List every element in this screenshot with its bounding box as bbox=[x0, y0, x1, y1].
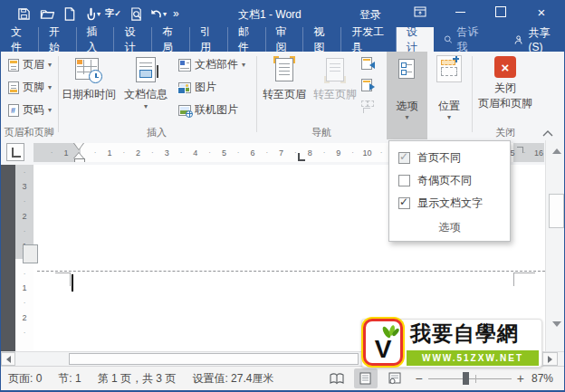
tab-header-footer-design-active[interactable]: 设计 bbox=[397, 27, 434, 52]
quick-parts-button[interactable]: 文档部件▾ bbox=[178, 57, 245, 72]
touch-mode-dropdown-caret[interactable]: ▾ bbox=[97, 10, 101, 18]
zoom-slider[interactable] bbox=[428, 371, 512, 386]
page-number-button[interactable]: # 页码▾ bbox=[8, 102, 52, 118]
online-pictures-icon bbox=[178, 105, 191, 116]
tab-layout[interactable]: 布局 bbox=[151, 27, 189, 52]
tab-stop-marker[interactable] bbox=[298, 153, 305, 161]
minimize-button[interactable] bbox=[446, 0, 474, 24]
vertical-scrollbar-thumb[interactable] bbox=[549, 194, 564, 228]
tab-insert[interactable]: 插入 bbox=[76, 27, 114, 52]
search-icon bbox=[444, 33, 453, 45]
scroll-left-button[interactable] bbox=[1, 352, 15, 366]
save-button[interactable] bbox=[14, 4, 34, 24]
document-info-icon bbox=[132, 56, 159, 83]
share-person-icon bbox=[514, 33, 524, 46]
ruler-tick: 5 bbox=[222, 148, 226, 157]
ruler-tick: 1 bbox=[107, 148, 111, 157]
vertical-scrollbar[interactable] bbox=[545, 140, 565, 351]
header-boundary-dashed-line bbox=[37, 271, 545, 272]
group-label-close: 关闭 bbox=[475, 126, 535, 139]
tab-mailings[interactable]: 邮件 bbox=[227, 27, 265, 52]
zoom-percentage[interactable]: 87% bbox=[531, 372, 553, 385]
document-info-button[interactable]: 文档信息 ▾ bbox=[119, 56, 173, 110]
tab-review[interactable]: 审阅 bbox=[265, 27, 303, 52]
new-document-icon bbox=[63, 7, 76, 21]
open-button[interactable] bbox=[37, 4, 57, 24]
zoom-in-button[interactable]: + bbox=[517, 371, 524, 386]
watermark-logo-letter: V bbox=[375, 336, 392, 363]
close-button[interactable]: × bbox=[528, 0, 555, 24]
previous-section-button[interactable] bbox=[361, 57, 372, 70]
position-dropdown-caret: ▾ bbox=[428, 115, 470, 120]
horizontal-scrollbar-thumb[interactable] bbox=[69, 353, 359, 365]
read-mode-button[interactable] bbox=[325, 368, 349, 388]
group-label-header-footer: 页眉和页脚 bbox=[1, 126, 57, 139]
menu-item-label: 首页不同 bbox=[417, 150, 461, 166]
quick-parts-icon bbox=[178, 59, 191, 72]
zoom-slider-thumb[interactable] bbox=[463, 372, 469, 385]
ruler-tick: · bbox=[323, 148, 326, 157]
tab-view[interactable]: 视图 bbox=[302, 27, 340, 52]
ribbon-display-options-button[interactable] bbox=[407, 0, 434, 24]
tab-references[interactable]: 引用 bbox=[189, 27, 227, 52]
footer-button[interactable]: 页脚▾ bbox=[8, 80, 52, 95]
undo-dropdown-caret[interactable]: ▾ bbox=[163, 10, 167, 18]
menu-item-show-document-text[interactable]: 显示文档文字 bbox=[389, 192, 510, 215]
options-button[interactable]: 选项 ▾ bbox=[387, 52, 427, 139]
touch-mode-icon bbox=[84, 7, 98, 21]
scroll-up-button[interactable] bbox=[548, 142, 565, 159]
tab-tell-me[interactable]: 告诉我 bbox=[434, 27, 492, 52]
tab-design[interactable]: 设计 bbox=[113, 27, 151, 52]
menu-item-different-first-page[interactable]: 首页不同 bbox=[389, 147, 510, 169]
goto-header-button[interactable]: 转至页眉 bbox=[260, 56, 309, 102]
menu-item-different-odd-even[interactable]: 奇偶页不同 bbox=[389, 169, 510, 192]
collapse-ribbon-chevron[interactable] bbox=[542, 124, 557, 137]
menu-checkbox-different-odd-even[interactable] bbox=[398, 175, 410, 186]
status-bar: 页面: 0 节: 1 第 1 页，共 3 页 设置值: 27.4厘米 − + 8… bbox=[1, 366, 565, 390]
ruler-tick: 1 bbox=[63, 148, 68, 157]
status-page[interactable]: 页面: 0 bbox=[8, 371, 42, 387]
left-margin-corner-mark bbox=[55, 272, 70, 273]
tab-selector-button[interactable] bbox=[6, 143, 24, 161]
tab-file[interactable]: 文件 bbox=[1, 27, 38, 52]
position-button[interactable]: 位置 ▾ bbox=[428, 52, 470, 139]
tab-share[interactable]: 共享(S) bbox=[504, 27, 565, 52]
online-pictures-button[interactable]: 联机图片 bbox=[178, 102, 238, 118]
watermark-logo: V bbox=[363, 319, 403, 366]
scroll-up-icon bbox=[552, 148, 561, 154]
spelling-check-button[interactable]: 字✓ bbox=[103, 4, 123, 24]
next-section-button[interactable] bbox=[361, 79, 372, 91]
header-button[interactable]: 页眉▾ bbox=[8, 57, 52, 72]
right-margin-corner-mark bbox=[513, 272, 514, 286]
menu-checkbox-show-document-text[interactable] bbox=[398, 197, 410, 209]
status-page-of-pages[interactable]: 第 1 页，共 3 页 bbox=[98, 371, 177, 387]
scroll-down-button[interactable] bbox=[548, 315, 565, 332]
goto-header-icon bbox=[272, 56, 297, 83]
left-margin-corner-mark bbox=[70, 272, 71, 286]
print-preview-button[interactable] bbox=[126, 4, 146, 24]
more-commands-button[interactable]: » bbox=[173, 7, 179, 20]
pictures-button[interactable]: 图片 bbox=[178, 80, 216, 95]
tab-developer[interactable]: 开发工具 bbox=[340, 27, 397, 52]
status-setting-value[interactable]: 设置值: 27.4厘米 bbox=[192, 371, 273, 387]
ruler-tick: · bbox=[265, 148, 268, 157]
scroll-right-button[interactable] bbox=[542, 352, 558, 366]
print-layout-icon bbox=[359, 372, 371, 385]
menu-checkbox-different-first-page[interactable] bbox=[398, 152, 410, 164]
tab-home[interactable]: 开始 bbox=[38, 27, 76, 52]
web-layout-button[interactable] bbox=[383, 368, 407, 388]
new-document-button[interactable] bbox=[60, 4, 80, 24]
date-time-button[interactable]: 日期和时间 bbox=[61, 56, 117, 102]
ruler-tick: · bbox=[151, 148, 154, 157]
document-background-strip bbox=[1, 165, 15, 351]
tell-me-label: 告诉我 bbox=[456, 24, 481, 55]
close-header-footer-button[interactable]: × 关闭 页眉和页脚 bbox=[475, 56, 535, 111]
spelling-icon: 字✓ bbox=[105, 7, 121, 20]
status-section[interactable]: 节: 1 bbox=[58, 371, 81, 387]
print-layout-button[interactable] bbox=[354, 368, 378, 388]
zoom-out-button[interactable]: − bbox=[416, 371, 423, 386]
ruler-tick: 7 bbox=[279, 148, 283, 157]
sign-in-link[interactable]: 登录 bbox=[359, 7, 381, 23]
maximize-button[interactable] bbox=[487, 0, 514, 24]
page-number-button-label: 页码 bbox=[23, 102, 44, 118]
